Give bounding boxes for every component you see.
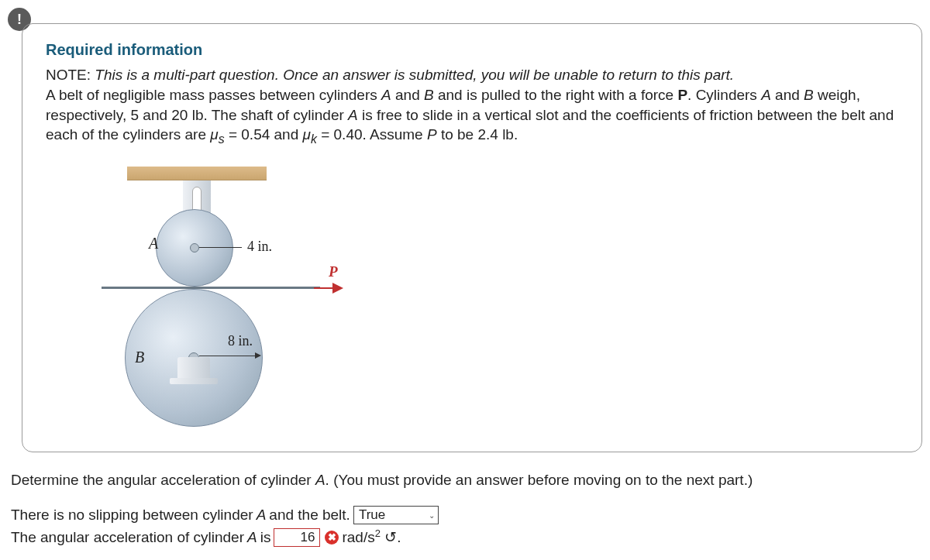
cylinder-b-ref: B xyxy=(424,87,434,103)
diagram-dim-line-a xyxy=(199,247,242,248)
diagram-stand-base xyxy=(170,378,218,384)
question-area: Determine the angular acceleration of cy… xyxy=(8,472,922,546)
text-fragment: and xyxy=(771,87,804,103)
mu-k-subscript: k xyxy=(311,132,317,146)
diagram: A 4 in. P B 8 in. xyxy=(61,167,387,430)
diagram-dim-line-b xyxy=(199,356,257,356)
diagram-label-b: B xyxy=(135,349,144,366)
question-instruction: Determine the angular acceleration of cy… xyxy=(11,472,922,489)
acceleration-input[interactable]: 16 xyxy=(274,528,320,547)
diagram-dim-arrow-b xyxy=(255,352,261,359)
slipping-answer-row: There is no slipping between cylinder A … xyxy=(11,506,922,524)
text-fragment: There is no slipping between cylinder xyxy=(11,507,253,524)
diagram-ceiling xyxy=(127,167,267,180)
chevron-down-icon: ⌄ xyxy=(429,511,435,520)
text-fragment: = 0.40. Assume xyxy=(317,126,427,143)
info-box: Required information NOTE: This is a mul… xyxy=(22,23,922,452)
mu-symbol: μ xyxy=(303,126,311,143)
incorrect-icon: ✖ xyxy=(325,531,339,545)
force-p-ref: P xyxy=(677,87,687,103)
cylinder-b-ref: B xyxy=(804,87,814,103)
select-value: True xyxy=(359,507,385,523)
unit-suffix: ↺. xyxy=(381,530,401,546)
text-fragment: = 0.54 and xyxy=(225,126,303,143)
diagram-cylinder-a-center xyxy=(190,243,199,253)
text-fragment: A belt of negligible mass passes between… xyxy=(46,87,381,103)
required-information-heading: Required information xyxy=(46,41,898,59)
problem-statement: A belt of negligible mass passes between… xyxy=(46,85,898,147)
unit-prefix: rad/s xyxy=(342,530,374,546)
diagram-dimension-b: 8 in. xyxy=(228,333,253,349)
text-fragment: to be 2.4 lb. xyxy=(437,126,518,143)
text-fragment: and the belt. xyxy=(269,507,350,524)
text-fragment: and xyxy=(391,87,424,103)
diagram-belt xyxy=(102,287,320,289)
diagram-arrow-p xyxy=(314,283,345,294)
diagram-cylinder-a xyxy=(156,209,233,287)
force-p-ref: P xyxy=(427,126,437,143)
note-line: NOTE: This is a multi-part question. Onc… xyxy=(46,67,898,84)
text-fragment: Determine the angular acceleration of cy… xyxy=(11,472,315,488)
alert-icon: ! xyxy=(17,12,22,28)
note-text: This is a multi-part question. Once an a… xyxy=(95,67,734,83)
text-fragment: The angular acceleration of cylinder xyxy=(11,529,244,546)
acceleration-answer-row: The angular acceleration of cylinder A i… xyxy=(11,527,922,546)
diagram-label-p: P xyxy=(329,263,338,280)
cylinder-a-ref: A xyxy=(315,472,326,488)
text-fragment: is xyxy=(260,529,271,546)
diagram-dimension-a: 4 in. xyxy=(247,239,272,255)
cylinder-a-ref: A xyxy=(761,87,771,103)
cylinder-a-ref: A xyxy=(381,87,391,103)
diagram-label-a: A xyxy=(149,235,158,253)
unit-label: rad/s2 ↺. xyxy=(342,527,401,546)
cylinder-a-ref: A xyxy=(247,529,257,546)
mu-symbol: μ xyxy=(210,126,218,143)
cylinder-a-ref: A xyxy=(257,507,267,524)
unit-exponent: 2 xyxy=(375,527,381,539)
text-fragment: . (You must provide an answer before mov… xyxy=(326,472,753,488)
cylinder-a-ref: A xyxy=(348,107,358,123)
x-symbol: ✖ xyxy=(328,531,336,543)
text-fragment: and is pulled to the right with a force xyxy=(434,87,678,103)
diagram-stand xyxy=(177,357,210,380)
slipping-select[interactable]: True ⌄ xyxy=(353,506,439,524)
mu-s-subscript: s xyxy=(219,132,225,146)
text-fragment: . Cylinders xyxy=(687,87,761,103)
input-value: 16 xyxy=(301,530,315,545)
note-prefix: NOTE: xyxy=(46,67,95,83)
